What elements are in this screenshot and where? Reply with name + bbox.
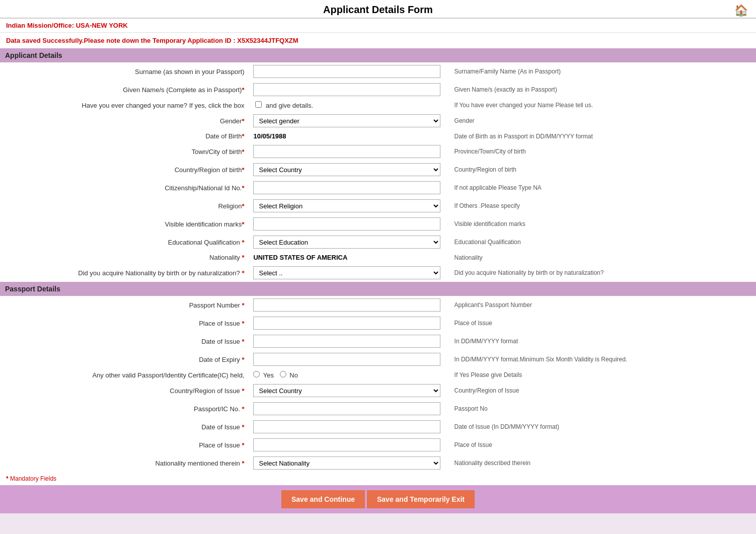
table-row: Gender* Select gender Male Female Other … xyxy=(0,112,756,130)
country-birth-label: Country/Region of birth* xyxy=(0,161,249,179)
identification-marks-hint: Visible identification marks xyxy=(444,215,756,233)
surname-label: Surname (as shown in your Passport) xyxy=(0,62,249,81)
surname-input-cell xyxy=(249,62,444,81)
date-issue2-cell xyxy=(249,418,444,436)
citizenship-input[interactable] xyxy=(253,181,440,194)
table-row: Place of Issue * Place of Issue xyxy=(0,314,756,332)
table-row: Citizenship/National Id No.* If not appl… xyxy=(0,179,756,197)
table-row: Nationality mentioned therein * Select N… xyxy=(0,454,756,472)
place-issue2-input[interactable] xyxy=(253,438,440,451)
home-icon[interactable]: 🏠 xyxy=(734,4,748,17)
passport-details-header: Passport Details xyxy=(0,282,756,296)
gender-select[interactable]: Select gender Male Female Other xyxy=(253,114,440,127)
table-row: Date of Issue * Date of Issue (In DD/MM/… xyxy=(0,418,756,436)
passport-details-table: Passport Number * Applicant's Passport N… xyxy=(0,296,756,472)
country-birth-hint: Country/Region of birth xyxy=(444,161,756,179)
page-wrapper: Applicant Details Form 🏠 Indian Mission/… xyxy=(0,0,756,513)
date-issue-input[interactable] xyxy=(253,335,440,348)
table-row: Religion* Select Religion If Others .Ple… xyxy=(0,197,756,215)
passport-number-cell xyxy=(249,296,444,314)
town-birth-input[interactable] xyxy=(253,145,440,158)
other-passport-no-label[interactable]: No xyxy=(280,371,298,379)
country-birth-cell: Select Country xyxy=(249,161,444,179)
education-select[interactable]: Select Education xyxy=(253,236,440,249)
other-passport-no-radio[interactable] xyxy=(280,371,286,377)
country-issue-label: Country/Region of Issue * xyxy=(0,382,249,400)
dob-label: Date of Birth* xyxy=(0,130,249,142)
nationality-hint: Nationality xyxy=(444,251,756,264)
identification-marks-input[interactable] xyxy=(253,217,440,231)
table-row: Date of Birth* 10/05/1988 Date of Birth … xyxy=(0,130,756,142)
date-issue2-label: Date of Issue * xyxy=(0,418,249,436)
religion-hint: If Others .Please specify xyxy=(444,197,756,215)
place-issue-cell xyxy=(249,314,444,332)
passport-number-input[interactable] xyxy=(253,298,440,312)
nationality-acquire-select[interactable]: Select .. By Birth By Naturalization xyxy=(253,266,440,279)
nationality-therein-cell: Select Nationality xyxy=(249,454,444,472)
table-row: Country/Region of Issue * Select Country… xyxy=(0,382,756,400)
surname-input[interactable] xyxy=(253,65,440,78)
dob-hint: Date of Birth as in Passport in DD/MM/YY… xyxy=(444,130,756,142)
place-issue-label: Place of Issue * xyxy=(0,314,249,332)
religion-cell: Select Religion xyxy=(249,197,444,215)
country-issue-cell: Select Country xyxy=(249,382,444,400)
table-row: Place of Issue * Place of Issue xyxy=(0,436,756,454)
date-expiry-label: Date of Expiry * xyxy=(0,350,249,368)
other-passport-label: Any other valid Passport/Identity Certif… xyxy=(0,368,249,382)
given-names-input[interactable] xyxy=(253,83,440,96)
main-content: Indian Mission/Office: USA-NEW YORK Data… xyxy=(0,19,756,485)
other-passport-cell: Yes No xyxy=(249,368,444,382)
table-row: Date of Expiry * In DD/MM/YYYY format.Mi… xyxy=(0,350,756,368)
table-row: Any other valid Passport/Identity Certif… xyxy=(0,368,756,382)
place-issue-input[interactable] xyxy=(253,317,440,330)
nationality-therein-select[interactable]: Select Nationality xyxy=(253,456,440,470)
nationality-acquire-label: Did you acquire Nationality by birth or … xyxy=(0,264,249,282)
save-exit-button[interactable]: Save and Temporarily Exit xyxy=(367,490,475,508)
table-row: Visible identification marks* Visible id… xyxy=(0,215,756,233)
table-row: Did you acquire Nationality by birth or … xyxy=(0,264,756,282)
table-row: Town/City of birth* Province/Town/City o… xyxy=(0,142,756,161)
table-row: Passport/IC No. * Passport No xyxy=(0,400,756,418)
date-issue2-input[interactable] xyxy=(253,420,440,433)
date-expiry-input[interactable] xyxy=(253,353,440,366)
passport-ic-no-input[interactable] xyxy=(253,402,440,415)
success-message: Data saved Successfully.Please note down… xyxy=(0,33,756,48)
nationality-value: UNITED STATES OF AMERICA xyxy=(253,254,347,261)
town-birth-cell xyxy=(249,142,444,161)
mission-bar: Indian Mission/Office: USA-NEW YORK xyxy=(0,19,756,33)
other-passport-yes-radio[interactable] xyxy=(253,371,260,377)
country-birth-select[interactable]: Select Country xyxy=(253,163,440,176)
applicant-details-table: Surname (as shown in your Passport) Surn… xyxy=(0,62,756,282)
name-change-checkbox[interactable] xyxy=(255,101,262,108)
dob-value-cell: 10/05/1988 xyxy=(249,130,444,142)
other-passport-yes-label[interactable]: Yes xyxy=(253,371,275,379)
table-row: Country/Region of birth* Select Country … xyxy=(0,161,756,179)
religion-select[interactable]: Select Religion xyxy=(253,199,440,212)
applicant-details-header: Applicant Details xyxy=(0,48,756,62)
date-issue-cell xyxy=(249,332,444,350)
education-hint: Educational Qualification xyxy=(444,233,756,251)
citizenship-cell xyxy=(249,179,444,197)
nationality-acquire-cell: Select .. By Birth By Naturalization xyxy=(249,264,444,282)
nationality-therein-label: Nationality mentioned therein * xyxy=(0,454,249,472)
given-names-hint: Given Name/s (exactly as in Passport) xyxy=(444,81,756,99)
citizenship-label: Citizenship/National Id No.* xyxy=(0,179,249,197)
date-issue-label: Date of Issue * xyxy=(0,332,249,350)
country-issue-hint: Country/Region of Issue xyxy=(444,382,756,400)
identification-marks-label: Visible identification marks* xyxy=(0,215,249,233)
date-issue-hint: In DD/MM/YYYY format xyxy=(444,332,756,350)
date-expiry-hint: In DD/MM/YYYY format.Minimum Six Month V… xyxy=(444,350,756,368)
education-cell: Select Education xyxy=(249,233,444,251)
surname-hint: Surname/Family Name (As in Passport) xyxy=(444,62,756,81)
other-passport-radio-group: Yes No xyxy=(253,371,301,379)
country-issue-select[interactable]: Select Country xyxy=(253,384,440,397)
citizenship-hint: If not applicable Please Type NA xyxy=(444,179,756,197)
place-issue2-cell xyxy=(249,436,444,454)
table-row: Have you ever changed your name? If yes,… xyxy=(0,99,756,112)
save-continue-button[interactable]: Save and Continue xyxy=(281,490,365,508)
date-issue2-hint: Date of Issue (In DD/MM/YYYY format) xyxy=(444,418,756,436)
town-birth-label: Town/City of birth* xyxy=(0,142,249,161)
religion-label: Religion* xyxy=(0,197,249,215)
gender-hint: Gender xyxy=(444,112,756,130)
table-row: Given Name/s (Complete as in Passport)* … xyxy=(0,81,756,99)
